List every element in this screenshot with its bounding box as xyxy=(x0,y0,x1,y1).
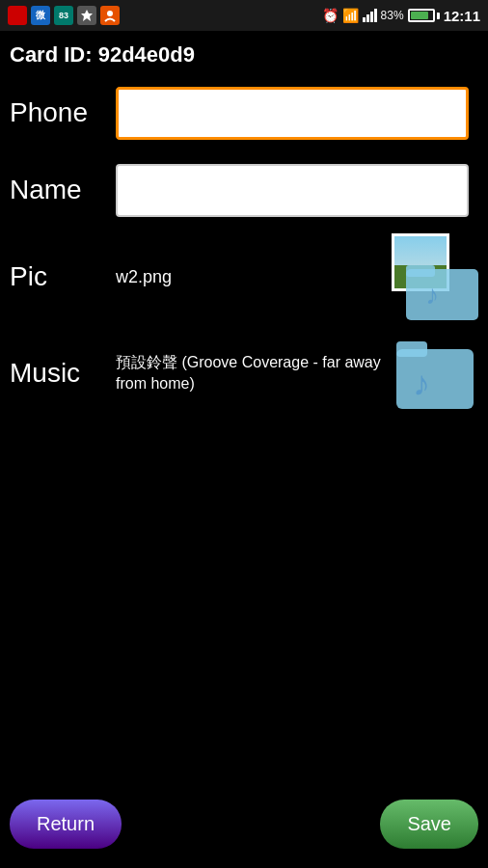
app-icon-5 xyxy=(100,6,120,25)
pic-row: Pic w2.png ♪ xyxy=(10,233,478,320)
phone-row: Phone xyxy=(10,79,478,147)
signal-icon xyxy=(363,9,377,22)
card-id-header: Card ID: 92d4e0d9 xyxy=(0,31,488,79)
music-icon[interactable]: ♪ xyxy=(392,330,478,417)
svg-point-1 xyxy=(107,11,113,16)
bottom-buttons: Return Save xyxy=(10,800,478,849)
status-bar: 微 83 ⏰ 📶 83% 12:11 xyxy=(0,0,488,31)
app-icon-1 xyxy=(8,6,27,25)
music-label: Music xyxy=(10,358,116,389)
phone-input[interactable] xyxy=(116,87,469,140)
wifi-icon: 📶 xyxy=(342,8,359,23)
folder-icon: ♪ xyxy=(406,258,478,320)
app-icon-3: 83 xyxy=(54,6,73,25)
svg-text:♪: ♪ xyxy=(425,280,439,310)
app-icon-4 xyxy=(77,6,96,25)
app-icon-2: 微 xyxy=(31,6,50,25)
return-button[interactable]: Return xyxy=(10,800,122,849)
music-folder-icon: ♪ xyxy=(392,330,478,417)
status-bar-indicators: ⏰ 📶 83% 12:11 xyxy=(322,8,480,24)
clock: 12:11 xyxy=(444,8,480,24)
phone-label: Phone xyxy=(10,97,116,128)
name-input[interactable] xyxy=(116,164,469,217)
pic-filename: w2.png xyxy=(116,267,392,287)
svg-rect-3 xyxy=(406,265,435,277)
pic-label: Pic xyxy=(10,261,116,292)
svg-marker-0 xyxy=(81,10,93,21)
status-bar-apps: 微 83 xyxy=(8,6,120,25)
name-label: Name xyxy=(10,175,116,205)
name-row: Name xyxy=(10,156,478,224)
form-area: Phone Name Pic w2.png ♪ xyxy=(0,79,488,417)
battery-icon xyxy=(408,9,440,22)
svg-rect-6 xyxy=(396,341,427,357)
svg-rect-5 xyxy=(396,349,474,409)
pic-icon[interactable]: ♪ xyxy=(392,233,478,320)
svg-text:♪: ♪ xyxy=(413,364,430,403)
alarm-icon: ⏰ xyxy=(322,8,339,23)
battery-percent: 83% xyxy=(381,9,404,22)
save-button[interactable]: Save xyxy=(380,800,478,849)
music-value: 預設鈴聲 (Groove Coverage - far away from ho… xyxy=(116,352,392,395)
music-row: Music 預設鈴聲 (Groove Coverage - far away f… xyxy=(10,330,478,417)
